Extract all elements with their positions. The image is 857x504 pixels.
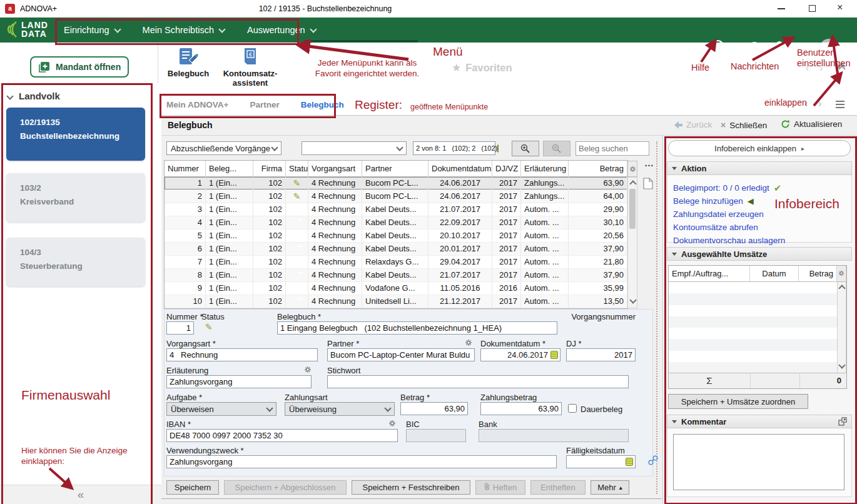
close-view-button[interactable]: × Schließen [721, 120, 767, 130]
aktion-link-dokumentvorschau-auslagern[interactable]: Dokumentvorschau auslagern [673, 234, 785, 247]
splitter[interactable] [656, 141, 657, 494]
column-header-nummer[interactable]: Nummer [165, 161, 206, 177]
tab-mein-adnova+[interactable]: Mein ADNOVA+ [166, 100, 228, 109]
umsaetze-zuordnen-button[interactable]: Speichern + Umsätze zuordnen [668, 394, 808, 409]
iban-field[interactable] [166, 429, 398, 442]
toolbar-kontoumsatz-button[interactable]: € Kontoumsatz- assistent [220, 48, 280, 91]
erlaeuterung-field[interactable] [166, 375, 312, 388]
column-header-beleg-[interactable]: Beleg... [206, 161, 253, 177]
table-more-menu[interactable]: … [644, 158, 654, 168]
vorgaenge-dropdown[interactable]: Abzuschließende Vorgänge [166, 141, 281, 155]
aktion-link-belegimport-0-0-erledigt[interactable]: Belegimport: 0 / 0 erledigt✔ [673, 181, 785, 194]
toolbar-belegbuch-button[interactable]: Belegbuch [166, 48, 210, 85]
column-header-vorgangsart[interactable]: Vorgangsart [308, 161, 362, 177]
verwendungszweck-field[interactable] [166, 455, 557, 468]
aktion-section-header[interactable]: Aktion [667, 161, 852, 175]
sidebar-collapse-button[interactable]: « [78, 488, 84, 501]
umsaetze-scrollbar[interactable] [837, 282, 846, 373]
column-header-firma[interactable]: Firma [253, 161, 286, 177]
dokumentdatum-field[interactable]: 24.06.2017 [480, 348, 560, 361]
menu-item-auswertungen[interactable]: Auswertungen [247, 25, 316, 35]
maximize-button[interactable] [809, 5, 816, 12]
aktion-link-zahlungsdatei-erzeugen[interactable]: Zahlungsdatei erzeugen [673, 208, 785, 221]
kommentar-section-header[interactable]: Kommentar [667, 415, 852, 428]
column-header-erläuterung[interactable]: Erläuterung [521, 161, 569, 177]
faelligkeitsdatum-field[interactable] [566, 455, 636, 468]
speichern-button[interactable]: Speichern [166, 480, 219, 495]
umsaetze-table-header[interactable]: Empf./Auftrag...DatumBetrag [669, 266, 846, 282]
nav-prev-icon[interactable]: ‹ [806, 63, 809, 74]
table-header[interactable]: NummerBeleg...FirmaStatusVorgangsartPart… [165, 161, 627, 177]
betrag-field[interactable] [400, 402, 468, 415]
aktion-link-belege-hinzufügen[interactable]: Belege hinzufügen◀ [673, 194, 785, 208]
zahlungsart-dropdown[interactable]: Überweisung [285, 402, 395, 416]
vorgangsart-field[interactable] [166, 348, 318, 361]
client-card-102-19135[interactable]: 102/19135Buchstellenbezeichnung [6, 108, 145, 161]
nummer-field[interactable] [166, 321, 194, 335]
collapse-toolbar-icon[interactable] [839, 64, 844, 71]
table-row[interactable]: 61 (Ein...1024 RechnungKabel Deuts...20.… [165, 243, 627, 256]
infobereich-collapse-button[interactable]: Infobereich einklappen ▸ [668, 140, 851, 156]
table-row[interactable]: 81 (Ein...1024 RechnungKabel Deuts...21.… [165, 269, 627, 282]
aktion-link-kontoumsätze-abrufen[interactable]: Kontoumsätze abrufen [673, 221, 785, 234]
calendar-icon[interactable] [626, 458, 633, 466]
client-card-103-2[interactable]: 103/2Kreisverband [6, 173, 145, 222]
table-row[interactable]: 91 (Ein...1024 RechnungVodafone G...11.0… [165, 282, 627, 295]
document-preview-icon[interactable] [643, 178, 653, 189]
umsatz-column-datum[interactable]: Datum [750, 266, 799, 282]
umsatz-gear-cell[interactable] [837, 266, 846, 282]
client-card-104-3[interactable]: 104/3Steuerberatung [6, 238, 145, 286]
popout-icon[interactable] [838, 417, 847, 426]
mandant-oeffnen-button[interactable]: Mandant öffnen [30, 56, 129, 78]
nav-next-icon[interactable]: › [819, 63, 823, 74]
umsaetze-section-header[interactable]: Ausgewählte Umsätze [667, 247, 852, 261]
stichwort-field[interactable] [327, 375, 629, 388]
refresh-button[interactable]: Aktualisieren [781, 119, 842, 129]
table-row[interactable]: 41 (Ein...1024 RechnungKabel Deuts...22.… [165, 216, 627, 229]
partner-field[interactable] [327, 348, 475, 361]
table-row[interactable]: 101 (Ein...1024 RechnungUnitedsell Li...… [165, 295, 627, 308]
landvolk-group-label[interactable]: Landvolk [19, 91, 60, 101]
column-header-betrag[interactable]: Betrag [569, 161, 627, 177]
column-header-status[interactable]: Status [286, 161, 308, 177]
scroll-up-icon[interactable] [838, 285, 845, 291]
tab-list-icon[interactable] [836, 101, 844, 108]
tab-next-icon[interactable]: › [818, 98, 821, 109]
tab-partner[interactable]: Partner [250, 100, 279, 109]
column-header-partner[interactable]: Partner [362, 161, 428, 177]
table-row[interactable]: 71 (Ein...1024 RechnungRelaxdays G...29.… [165, 256, 627, 269]
kommentar-textarea[interactable] [673, 434, 844, 490]
aufgabe-dropdown[interactable]: Überweisen [166, 402, 276, 416]
tab-prev-icon[interactable]: ‹ [804, 98, 808, 109]
table-scrollbar[interactable] [627, 177, 637, 308]
beleg-search-input[interactable] [576, 141, 649, 156]
iban-gear-icon[interactable] [388, 420, 396, 427]
table-row[interactable]: 31 (Ein...1024 RechnungKabel Deuts...21.… [165, 203, 627, 216]
minimize-button[interactable] [778, 8, 785, 9]
table-row[interactable]: 11 (Ein...102✎4 RechnungBucom PC-L...24.… [165, 177, 627, 190]
table-row[interactable]: 51 (Ein...1024 RechnungKabel Deuts...20.… [165, 229, 627, 243]
column-header-dokumentdatum[interactable]: Dokumentdatum [428, 161, 492, 177]
tab-belegbuch[interactable]: Belegbuch [301, 100, 344, 109]
close-button[interactable]: × [837, 2, 843, 13]
scroll-down-icon[interactable] [629, 296, 636, 303]
erlaeuterung-gear-icon[interactable] [304, 366, 312, 373]
zoom-in-search-button[interactable] [512, 141, 539, 156]
table-row[interactable]: 21 (Ein...102✎4 RechnungBucom PC-L...24.… [165, 190, 627, 203]
umsatz-column-betrag[interactable]: Betrag [799, 266, 837, 282]
column-header-dj-vz[interactable]: DJ/VZ [492, 161, 521, 177]
link-records-icon[interactable] [648, 455, 658, 465]
dj-field[interactable] [566, 348, 636, 361]
menu-item-mein-schreibtisch[interactable]: Mein Schreibtisch [143, 25, 225, 35]
scroll-down-icon[interactable] [838, 361, 845, 368]
speichern-+-festschreiben-button[interactable]: Speichern + Festschreiben [352, 480, 470, 495]
table-gear-cell[interactable] [627, 161, 637, 177]
belegbuch-field[interactable] [277, 321, 557, 335]
dauerbeleg-checkbox[interactable] [568, 404, 577, 413]
scrollbar-thumb[interactable] [629, 189, 636, 229]
mehr-button[interactable]: Mehr▴ [591, 480, 629, 495]
calendar-icon[interactable] [550, 351, 558, 359]
umsatz-column-empf-auftrag-[interactable]: Empf./Auftrag... [669, 266, 750, 282]
scroll-up-icon[interactable] [629, 180, 636, 187]
record-list-icon[interactable] [497, 144, 499, 153]
